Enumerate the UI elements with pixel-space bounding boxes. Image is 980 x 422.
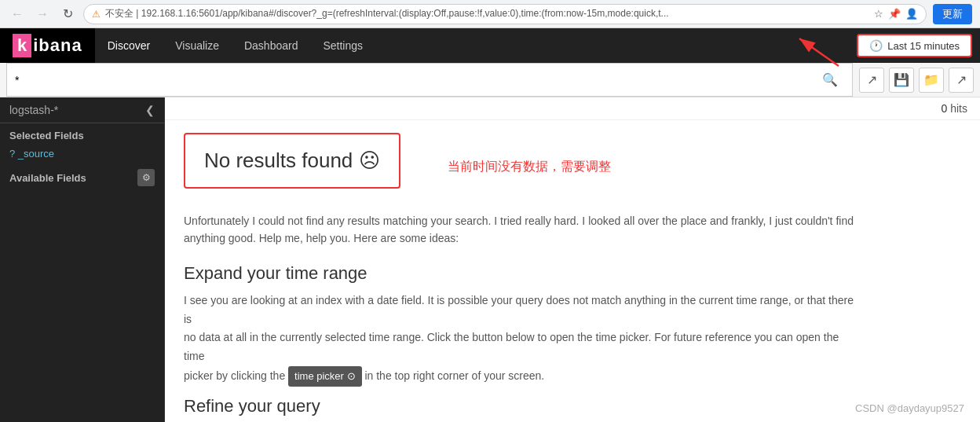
sidebar-index-name: logstash-* xyxy=(9,104,58,116)
back-button[interactable]: ← xyxy=(8,5,27,24)
search-input[interactable] xyxy=(15,74,816,86)
no-results-title: No results found ☹ xyxy=(204,149,380,172)
nav-item-settings[interactable]: Settings xyxy=(310,28,375,63)
address-text: 不安全 | 192.168.1.16:5601/app/kibana#/disc… xyxy=(105,7,869,20)
nav-item-dashboard[interactable]: Dashboard xyxy=(232,28,311,63)
hits-label: hits xyxy=(950,102,967,115)
bookmark-icon: ☆ xyxy=(874,8,883,20)
profile-icon: 👤 xyxy=(905,8,918,20)
time-picker-button[interactable]: 🕐 Last 15 minutes xyxy=(857,34,972,57)
available-fields-section: Available Fields ⚙ xyxy=(0,163,164,189)
expand-time-text: I see you are looking at an index with a… xyxy=(184,292,859,387)
address-bar[interactable]: ⚠ 不安全 | 192.168.1.16:5601/app/kibana#/di… xyxy=(83,4,927,24)
browser-bar: ← → ↻ ⚠ 不安全 | 192.168.1.16:5601/app/kiba… xyxy=(0,0,980,28)
forward-button[interactable]: → xyxy=(33,5,52,24)
kibana-logo: k ibana xyxy=(0,28,95,63)
result-description: Unfortunately I could not find any resul… xyxy=(184,212,859,248)
content-area: 0 hits No results found ☹ 当前时间没有数据，需要调整 … xyxy=(165,97,980,422)
reload-button[interactable]: ↻ xyxy=(58,5,77,24)
selected-fields-section: Selected Fields xyxy=(0,123,164,145)
expand-time-heading: Expand your time range xyxy=(184,263,961,284)
pin-extension-icon: 📌 xyxy=(888,8,901,20)
kibana-logo-text: ibana xyxy=(33,35,82,56)
available-fields-gear-button[interactable]: ⚙ xyxy=(137,169,155,186)
nav-item-discover[interactable]: Discover xyxy=(95,28,163,63)
kibana-k-logo: k xyxy=(13,34,31,57)
open-icon-button[interactable]: 📁 xyxy=(919,68,944,93)
clock-icon: 🕐 xyxy=(869,39,883,52)
security-warning-icon: ⚠ xyxy=(92,9,101,20)
nav-items: Discover Visualize Dashboard Settings xyxy=(95,28,858,63)
toolbar-icons: ↗ 💾 📁 ↗ xyxy=(859,68,980,93)
sidebar-index: logstash-* ❮ xyxy=(0,97,164,123)
hits-count: 0 xyxy=(942,102,948,115)
sidebar-collapse-button[interactable]: ❮ xyxy=(145,104,155,116)
kibana-navbar: k ibana Discover Visualize Dashboard Set… xyxy=(0,28,980,63)
update-button[interactable]: 更新 xyxy=(933,4,972,24)
no-results-row: No results found ☹ 当前时间没有数据，需要调整 xyxy=(184,133,961,201)
sidebar-field-source[interactable]: ? _source xyxy=(0,145,164,163)
nav-item-visualize[interactable]: Visualize xyxy=(163,28,232,63)
search-button[interactable]: 🔍 xyxy=(816,72,844,87)
refine-query-heading: Refine your query xyxy=(184,396,961,416)
share-icon-button[interactable]: ↗ xyxy=(859,68,884,93)
search-input-wrap: 🔍 xyxy=(6,63,853,97)
no-results-box: No results found ☹ xyxy=(184,133,400,189)
save-icon-button[interactable]: 💾 xyxy=(889,68,914,93)
results-section: No results found ☹ 当前时间没有数据，需要调整 Unfortu… xyxy=(165,120,980,422)
time-picker-badge: time picker ⊙ xyxy=(288,366,361,387)
nav-right: 🕐 Last 15 minutes xyxy=(857,34,980,57)
time-picker-label: Last 15 minutes xyxy=(887,40,960,52)
new-icon-button[interactable]: ↗ xyxy=(949,68,974,93)
hits-bar: 0 hits xyxy=(165,97,980,120)
chinese-note: 当前时间没有数据，需要调整 xyxy=(448,159,611,175)
main-layout: logstash-* ❮ Selected Fields ? _source A… xyxy=(0,97,980,422)
sidebar: logstash-* ❮ Selected Fields ? _source A… xyxy=(0,97,165,422)
search-row: 🔍 ↗ 💾 📁 ↗ xyxy=(0,63,980,97)
